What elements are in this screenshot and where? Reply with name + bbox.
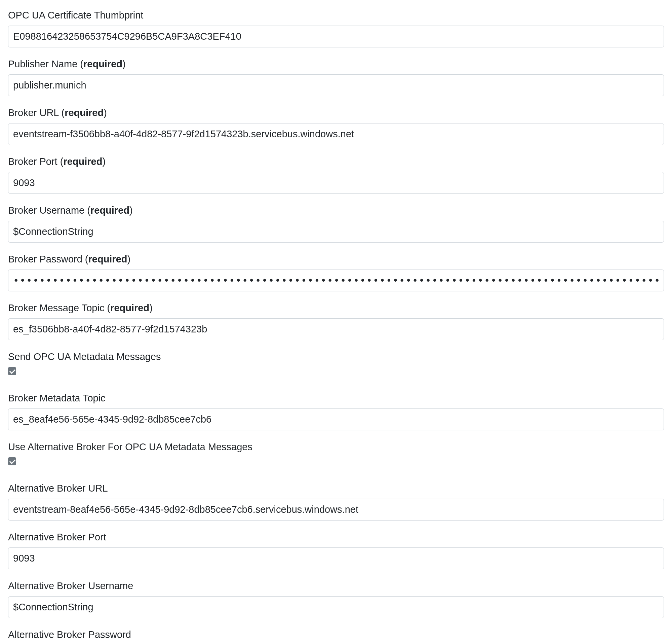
send-metadata-label: Send OPC UA Metadata Messages — [8, 350, 664, 364]
use-alt-broker-checkbox[interactable] — [8, 457, 16, 465]
alt-broker-username-label: Alternative Broker Username — [8, 579, 664, 594]
broker-url-label: Broker URL (required) — [8, 106, 664, 120]
broker-username-label: Broker Username (required) — [8, 203, 664, 218]
broker-topic-label: Broker Message Topic (required) — [8, 301, 664, 316]
broker-username-input[interactable] — [8, 221, 664, 243]
broker-password-label: Broker Password (required) — [8, 252, 664, 267]
alt-broker-url-input[interactable] — [8, 499, 664, 521]
alt-broker-username-input[interactable] — [8, 596, 664, 618]
send-metadata-checkbox[interactable] — [8, 367, 16, 375]
broker-port-input[interactable] — [8, 172, 664, 194]
publisher-name-input[interactable] — [8, 74, 664, 97]
use-alt-broker-label: Use Alternative Broker For OPC UA Metada… — [8, 440, 664, 454]
publisher-name-label: Publisher Name (required) — [8, 57, 664, 72]
alt-broker-port-label: Alternative Broker Port — [8, 530, 664, 545]
thumbprint-label: OPC UA Certificate Thumbprint — [8, 8, 664, 23]
alt-broker-password-label: Alternative Broker Password — [8, 628, 664, 642]
broker-password-input[interactable] — [8, 269, 664, 292]
metadata-topic-input[interactable] — [8, 409, 664, 431]
broker-topic-input[interactable] — [8, 318, 664, 340]
thumbprint-input[interactable] — [8, 26, 664, 48]
alt-broker-url-label: Alternative Broker URL — [8, 481, 664, 496]
metadata-topic-label: Broker Metadata Topic — [8, 391, 664, 406]
broker-port-label: Broker Port (required) — [8, 155, 664, 169]
alt-broker-port-input[interactable] — [8, 547, 664, 570]
broker-url-input[interactable] — [8, 123, 664, 145]
